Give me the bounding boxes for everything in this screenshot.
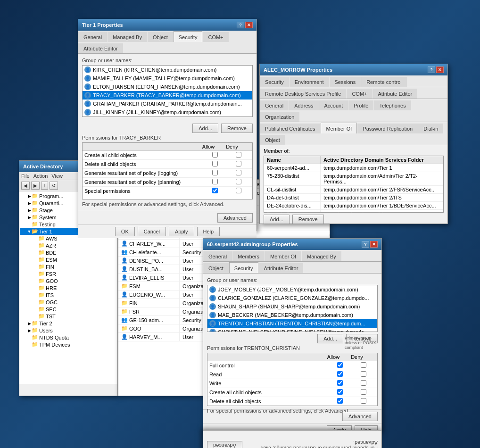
list-item[interactable]: 👤 ELTON_HANSEN (ELTON_HANSEN@temp.dumpdo… [83,83,252,91]
list-item-selected[interactable]: 👤 TRACY_BARKER (TRACY_BARKER@temp.dumpdo… [83,91,252,100]
list-item[interactable]: 👤 MAMIE_TALLEY (MAMIE_TALLEY@temp.dumpdo… [83,74,252,83]
list-item[interactable]: 👤 CHRISTINE_NIELSEN (CHRISTINE_NIELSEN@t… [207,328,377,332]
perm-allow-check[interactable] [328,362,352,369]
tab-remote-control[interactable]: Remote control [361,77,407,87]
add-btn[interactable]: Add... [192,124,218,133]
tab-general[interactable]: General [203,251,232,261]
serpent-help-btn[interactable]: ? [362,241,369,248]
list-item-selected[interactable]: 👤 TRENTON_CHRISTIAN (TRENTON_CHRISTIAN@t… [207,319,377,328]
menu-view[interactable]: View [51,173,63,179]
perm-deny-check[interactable] [227,161,250,167]
perm-allow-check[interactable] [328,398,352,405]
list-item[interactable]: 👤 MAE_BECKER (MAE_BECKER@temp.dumpdomain… [207,311,377,319]
alec-close-btn[interactable]: ✕ [436,66,444,73]
tree-item-tier2[interactable]: ▶ 📁 Tier 2 [20,320,116,327]
menu-file[interactable]: File [21,173,30,179]
tab-sessions[interactable]: Sessions [330,77,361,87]
menu-action[interactable]: Action [33,173,48,179]
ok-btn[interactable]: OK [115,227,135,236]
remove-btn[interactable]: Remove [292,215,324,224]
perm-deny-check[interactable] [352,398,375,405]
perm-deny-check[interactable] [227,179,250,185]
tier1-close-btn[interactable]: ✕ [245,22,253,28]
perm-allow-check[interactable] [328,371,352,378]
alec-titlebar[interactable]: ALEC_MORROW Properties ? ✕ [260,64,447,75]
serpent-users-listbox[interactable]: 👤 JOEY_MOSLEY (JOEY_MOSLEY@temp.dumpdoma… [207,285,378,332]
perm-allow-check[interactable] [203,170,227,176]
tab-organization[interactable]: Organization [260,112,299,122]
add-btn[interactable]: Add... [264,215,290,224]
serpent-titlebar[interactable]: 60-serpent42-admingroup Properties ? ✕ [203,239,381,250]
list-item[interactable]: 👤 SHAUN_SHARP (SHAUN_SHARP@temp.dumpdoma… [207,302,377,311]
col-name[interactable]: Name [264,156,321,164]
list-item[interactable]: 👤 KIRK_CHEN (KIRK_CHEN@temp.dumpdomain.c… [83,66,252,74]
tab-profile[interactable]: Profile [348,100,373,110]
member-row[interactable]: Domain Guests temp.dumpdomain.com/Users [264,210,443,212]
tab-rdp[interactable]: Remote Desktop Services Profile [260,89,346,99]
perm-deny-check[interactable] [352,389,375,396]
tier1-titlebar[interactable]: Tier 1 Properties ? ✕ [78,19,257,31]
member-row[interactable]: 60-serpent42-ad... temp.dumpdomain.com/T… [264,164,443,172]
serpent-close-btn[interactable]: ✕ [370,241,378,248]
tab-general[interactable]: General [260,100,289,110]
perm-allow-check[interactable] [203,179,227,185]
perm-deny-check[interactable] [352,371,375,378]
perm-allow-check[interactable] [203,161,227,167]
tab-object[interactable]: Object [203,263,229,273]
tree-item-ogc[interactable]: 📁 OGC [20,299,116,306]
tree-item-fin[interactable]: 📁 FIN [20,263,116,270]
perm-deny-check[interactable] [227,188,250,194]
tab-managed-by[interactable]: Managed By [108,32,147,42]
remove-btn[interactable]: Remove [221,124,253,133]
tree-item-goo[interactable]: 📁 GOO [20,277,116,284]
tree-item-ntds[interactable]: 📁 NTDS Quota [20,334,116,341]
tree-item-bde[interactable]: 📁 BDE [20,249,116,256]
list-item[interactable]: 👤 JOEY_MOSLEY (JOEY_MOSLEY@temp.dumpdoma… [207,285,377,294]
perm-allow-check[interactable] [203,152,227,158]
refresh-btn[interactable]: ↺ [50,182,58,190]
tab-account[interactable]: Account [319,100,348,110]
list-item[interactable]: 👤 CLARICE_GONZALEZ (CLARICE_GONZALEZ@tem… [207,294,377,302]
help-btn[interactable]: Help [197,227,220,236]
tree-item-users[interactable]: ▶ 📁 Users [20,327,116,334]
advanced-btn[interactable]: Advanced [217,213,253,223]
cancel-btn[interactable]: Cancel [138,227,166,236]
up-btn[interactable]: ↑ [41,182,48,190]
tab-com[interactable]: COM+ [203,32,228,42]
tab-attribute[interactable]: Attribute Editor [78,43,123,53]
tab-pub-certs[interactable]: Published Certificates [260,124,320,133]
list-item[interactable]: 👤 GRAHAM_PARKER (GRAHAM_PARKER@temp.dump… [83,100,252,108]
bottom-advanced-btn[interactable]: Advanced [207,441,242,448]
member-row[interactable]: DA-del-distlist temp.dumpdomain.com/Tier… [264,194,443,202]
tab-managed-by[interactable]: Managed By [302,251,341,261]
perm-allow-check[interactable] [203,188,227,194]
perm-deny-check[interactable] [352,362,375,369]
tab-telephones[interactable]: Telephones [374,100,411,110]
perm-deny-check[interactable] [352,380,375,387]
tab-pwd-replication[interactable]: Password Replication [357,124,418,133]
tab-dial-in[interactable]: Dial-in [418,124,443,133]
list-item[interactable]: 👤 JILL_KINNEY (JILL_KINNEY@temp.dumpdoma… [83,108,252,116]
col-folder[interactable]: Active Directory Domain Services Folder [321,156,443,164]
tree-item-esm[interactable]: 📁 ESM [20,256,116,263]
users-listbox[interactable]: 👤 KIRK_CHEN (KIRK_CHEN@temp.dumpdomain.c… [82,65,253,117]
forward-btn[interactable]: ▶ [31,182,40,190]
member-row[interactable]: 75-230-distlist temp.dumpdomain.com/Admi… [264,172,443,186]
tree-item-azr[interactable]: 📁 AZR [20,242,116,249]
tree-item-tpm[interactable]: 📁 TPM Devices [20,341,116,348]
tab-members[interactable]: Members [232,251,265,261]
tab-object[interactable]: Object [148,32,173,42]
perm-deny-check[interactable] [227,152,250,158]
advanced-btn[interactable]: Advanced [342,412,378,421]
tab-environment[interactable]: Environment [290,77,329,87]
member-row[interactable]: DE-24octobre-dis... temp.dumpdomain.com/… [264,202,443,210]
tree-item-tst[interactable]: 📁 TST [20,313,116,320]
alec-help-btn[interactable]: ? [428,66,435,73]
tab-security[interactable]: Security [260,77,289,87]
tab-member-of[interactable]: Member Of [265,251,301,261]
tree-item-its[interactable]: 📁 ITS [20,291,116,299]
tab-member-of[interactable]: Member Of [321,123,357,133]
perm-allow-check[interactable] [328,380,352,387]
back-btn[interactable]: ◀ [21,182,30,190]
tree-item-fsr[interactable]: 📁 FSR [20,270,116,277]
